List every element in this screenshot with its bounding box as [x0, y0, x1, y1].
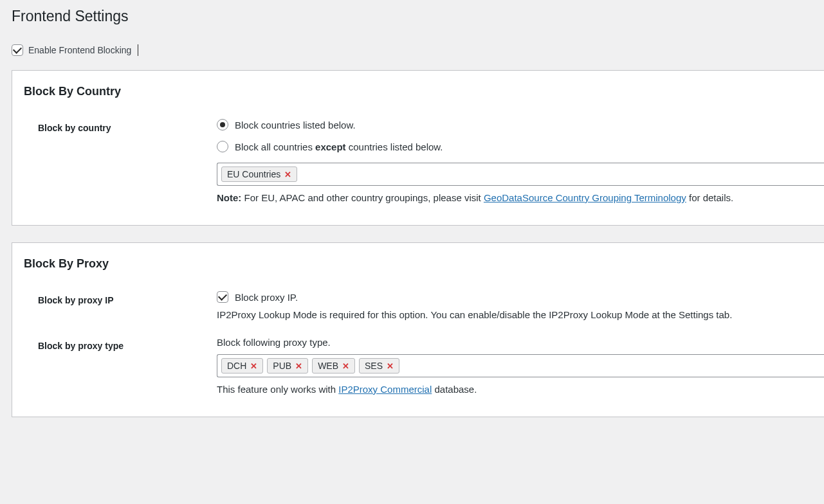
- text: database.: [432, 384, 477, 395]
- text: Block all countries: [235, 141, 315, 152]
- geodatasource-link[interactable]: GeoDataSource Country Grouping Terminolo…: [484, 192, 686, 203]
- block-by-proxy-panel: Block By Proxy Block by proxy IP Block p…: [12, 242, 824, 417]
- tag-label: SES: [365, 361, 383, 371]
- proxy-type-tag: WEB✕: [312, 358, 355, 374]
- block-proxy-ip-checkbox[interactable]: [217, 291, 228, 303]
- proxy-type-note: This feature only works with IP2Proxy Co…: [217, 384, 824, 395]
- proxy-type-tag: DCH✕: [221, 358, 263, 374]
- tag-label: DCH: [227, 361, 246, 371]
- text: countries listed below.: [346, 141, 443, 152]
- remove-tag-icon[interactable]: ✕: [250, 361, 257, 371]
- text-cursor: [138, 44, 138, 56]
- tag-label: WEB: [318, 361, 338, 371]
- note-label: Note:: [217, 192, 241, 203]
- text: For EU, APAC and other country groupings…: [241, 192, 484, 203]
- page-title: Frontend Settings: [12, 8, 824, 25]
- proxy-type-tag: PUB✕: [267, 358, 308, 374]
- proxy-type-tag-input[interactable]: DCH✕PUB✕WEB✕SES✕: [217, 354, 824, 377]
- text: This feature only works with: [217, 384, 338, 395]
- remove-tag-icon[interactable]: ✕: [295, 361, 302, 371]
- tag-label: EU Countries: [227, 169, 280, 179]
- country-tag-input[interactable]: EU Countries✕: [217, 163, 824, 186]
- block-proxy-ip-helper: IP2Proxy Lookup Mode is required for thi…: [217, 309, 824, 320]
- block-by-country-label: Block by country: [24, 119, 217, 133]
- country-tag: EU Countries✕: [221, 166, 297, 182]
- text-bold: except: [315, 141, 346, 152]
- radio-icon: [217, 119, 228, 130]
- block-by-proxy-type-label: Block by proxy type: [24, 337, 217, 351]
- block-listed-radio[interactable]: Block countries listed below.: [217, 119, 824, 130]
- text: for details.: [686, 192, 733, 203]
- block-proxy-ip-check-label: Block proxy IP.: [235, 292, 298, 303]
- block-by-proxy-ip-label: Block by proxy IP: [24, 291, 217, 305]
- block-by-country-panel: Block By Country Block by country Block …: [12, 70, 824, 226]
- enable-frontend-blocking-checkbox[interactable]: [12, 44, 23, 56]
- remove-tag-icon[interactable]: ✕: [342, 361, 349, 371]
- tag-label: PUB: [273, 361, 291, 371]
- remove-tag-icon[interactable]: ✕: [387, 361, 394, 371]
- block-except-radio[interactable]: Block all countries except countries lis…: [217, 141, 824, 152]
- block-by-country-title: Block By Country: [24, 85, 824, 98]
- block-listed-radio-label: Block countries listed below.: [235, 120, 356, 130]
- block-by-proxy-title: Block By Proxy: [24, 257, 824, 271]
- radio-icon: [217, 141, 228, 152]
- remove-tag-icon[interactable]: ✕: [284, 170, 291, 179]
- ip2proxy-commercial-link[interactable]: IP2Proxy Commercial: [338, 384, 432, 395]
- proxy-type-tag: SES✕: [359, 358, 399, 374]
- enable-frontend-blocking-label: Enable Frontend Blocking: [28, 45, 131, 55]
- country-note: Note: For EU, APAC and other country gro…: [217, 192, 824, 203]
- block-except-radio-label: Block all countries except countries lis…: [235, 141, 443, 152]
- block-proxy-type-intro: Block following proxy type.: [217, 337, 824, 348]
